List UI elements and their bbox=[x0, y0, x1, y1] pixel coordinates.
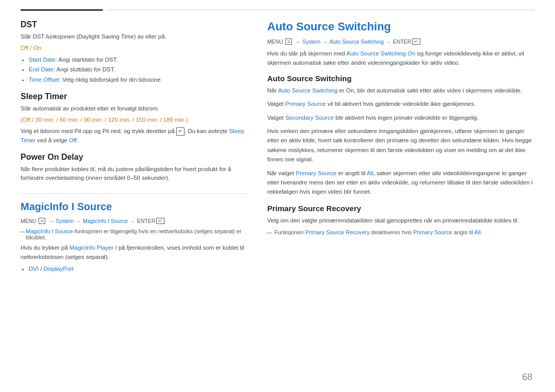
sleep-timer-note-suffix: . Du kan avbryte bbox=[184, 128, 229, 134]
auto-source-sub-body3: Valget Secondary Source blir aktivert hv… bbox=[267, 113, 534, 122]
magicinfo-displayport: DisplayPort bbox=[44, 266, 74, 272]
dst-description: Slår DST-funksjonen (Daylight Saving Tim… bbox=[21, 32, 247, 42]
primary-source-note: Funksjonen Primary Source Recovery deakt… bbox=[267, 229, 534, 235]
auto-source-sub-body1: Når Auto Source Switching er On, blir de… bbox=[267, 86, 534, 95]
primary-source-recovery-label: Primary Source Recovery bbox=[305, 229, 369, 235]
auto-source-sub-body1-suffix: er On, blir det automatisk søkt etter ak… bbox=[338, 87, 522, 94]
dst-bullet-3: Time Offset: Velg riktig tidsforskjell f… bbox=[29, 75, 247, 85]
top-decorative-lines bbox=[0, 0, 555, 11]
auto-source-sub-body5-mid: er angitt til bbox=[337, 170, 367, 176]
sleep-timer-note-end: . bbox=[77, 137, 78, 143]
dst-section: DST Slår DST-funksjonen (Daylight Saving… bbox=[21, 20, 247, 85]
magicinfo-menu-system: System bbox=[55, 218, 73, 224]
auto-source-menu-label: MENU bbox=[267, 39, 283, 45]
secondary-source-label: Secondary Source bbox=[285, 115, 334, 121]
magicinfo-menu-label: MENU bbox=[21, 218, 36, 224]
sleep-timer-options: (Off / 30 min. / 60 min. / 90 min. / 120… bbox=[21, 116, 247, 125]
auto-source-sub-body5-prefix: Når valget bbox=[267, 170, 296, 176]
magicinfo-menu-item: MagicInfo I Source bbox=[83, 218, 128, 224]
sleep-timer-note: Velg et tidsrom med Pil opp og Pil ned, … bbox=[21, 127, 247, 145]
auto-source-menu-path: MENU ≡ → System → Auto Source Switching … bbox=[267, 39, 534, 45]
auto-source-enter: ENTER bbox=[393, 39, 412, 45]
auto-source-sub-body1-prefix: Når bbox=[267, 87, 278, 94]
auto-source-sub-body2-suffix: vil bli aktivert hvis gjeldende videokil… bbox=[326, 101, 476, 107]
sleep-timer-note-highlight2: Off bbox=[69, 137, 77, 143]
magicinfo-dash-note: MagicInfo I Source-funksjonen er tilgjen… bbox=[21, 228, 247, 240]
left-column: DST Slår DST-funksjonen (Daylight Saving… bbox=[21, 20, 247, 277]
sleep-timer-title: Sleep Timer bbox=[21, 92, 247, 101]
dst-bullet-1-label: Start Date: bbox=[29, 57, 57, 63]
auto-source-sub-body5: Når valget Primary Source er angitt til … bbox=[267, 169, 534, 197]
magicinfo-dvi: DVI bbox=[29, 266, 39, 272]
menu-icon-auto-source: ≡ bbox=[285, 39, 292, 45]
all-label-2: All bbox=[474, 229, 480, 235]
magicinfo-menu-enter: ENTER bbox=[137, 218, 156, 224]
dst-options-label: Off / On bbox=[21, 45, 41, 51]
sleep-timer-note-prefix: Velg et tidsrom med Pil opp og Pil ned, … bbox=[21, 128, 176, 134]
right-column: Auto Source Switching MENU ≡ → System → … bbox=[267, 20, 534, 277]
auto-source-intro-prefix: Hvis du slår på skjermen med bbox=[267, 50, 346, 57]
auto-source-intro-highlight: Auto Source Switching On bbox=[346, 50, 415, 57]
auto-source-sub-body3-prefix: Valget bbox=[267, 115, 285, 121]
magicinfo-body-text1: Hvis du trykker på bbox=[21, 245, 69, 251]
power-on-delay-description: Når flere produkter kobles til, må du ju… bbox=[21, 165, 247, 183]
menu-icon-magicinfo: ≡ bbox=[39, 218, 45, 224]
auto-source-sub-body2-prefix: Valget bbox=[267, 101, 285, 107]
dst-bullet-1: Start Date: Angi startdato for DST. bbox=[29, 55, 247, 65]
top-line-light bbox=[107, 10, 534, 10]
primary-source-note-mid: deaktiveres hvis bbox=[369, 229, 413, 235]
auto-source-sub-title: Auto Source Switching bbox=[267, 74, 534, 83]
auto-source-sub-body3-suffix: blir aktivert hvis ingen primær videokil… bbox=[334, 115, 479, 121]
enter-icon-auto-source: ↵ bbox=[412, 39, 420, 45]
primary-source-label-1: Primary Source bbox=[285, 101, 326, 107]
auto-source-sub-body4: Hvis verken den primære eller sekundære … bbox=[267, 126, 534, 164]
magicinfo-bullet-1: DVI / DisplayPort bbox=[29, 264, 247, 274]
all-label-1: All bbox=[367, 170, 374, 176]
primary-source-note-prefix: Funksjonen bbox=[274, 229, 305, 235]
enter-icon-sleep: ↵ bbox=[176, 127, 184, 136]
dst-bullet-1-text: Angi startdato for DST. bbox=[59, 57, 118, 63]
enter-icon-magicinfo: ↵ bbox=[156, 218, 164, 224]
dst-bullet-2-label: End Date: bbox=[29, 66, 55, 72]
page-number: 68 bbox=[522, 372, 532, 383]
dst-bullet-2-text: Angi sluttdato for DST. bbox=[57, 66, 115, 72]
magicinfo-bullets: DVI / DisplayPort bbox=[29, 264, 247, 274]
auto-source-sub-body2: Valget Primary Source vil bli aktivert h… bbox=[267, 99, 534, 108]
sleep-timer-section: Sleep Timer Slår automatisk av produktet… bbox=[21, 92, 247, 145]
page-container: DST Slår DST-funksjonen (Daylight Saving… bbox=[0, 0, 555, 392]
primary-source-label-2: Primary Source bbox=[296, 170, 337, 176]
magicinfo-body-highlight: MagicInfo Player I bbox=[69, 245, 117, 251]
primary-source-body: Velg om den valgte primærinndatakilden s… bbox=[267, 216, 534, 225]
sleep-timer-description: Slår automatisk av produktet etter et fo… bbox=[21, 104, 247, 114]
auto-source-intro: Hvis du slår på skjermen med Auto Source… bbox=[267, 49, 534, 68]
auto-source-menu-system: System bbox=[302, 39, 320, 45]
primary-source-note-end: . bbox=[480, 229, 482, 235]
magicinfo-body: Hvis du trykker på MagicInfo Player I på… bbox=[21, 244, 247, 262]
primary-source-label-3: Primary Source bbox=[413, 229, 452, 235]
auto-source-sub-body1-highlight: Auto Source Switching bbox=[278, 87, 338, 94]
magicinfo-menu-path: MENU ≡ → System → MagicInfo I Source → E… bbox=[21, 218, 247, 224]
dst-bullet-3-label: Time Offset: bbox=[29, 77, 61, 83]
primary-source-title: Primary Source Recovery bbox=[267, 204, 534, 213]
top-line-dark bbox=[21, 9, 103, 11]
primary-source-note-suffix: angis til bbox=[452, 229, 474, 235]
magicinfo-section: MagicInfo I Source MENU ≡ → System → Mag… bbox=[21, 193, 247, 274]
auto-source-menu-item: Auto Source Switching bbox=[329, 39, 384, 45]
dst-bullet-3-text: Velg riktig tidsforskjell for din tidsso… bbox=[62, 77, 162, 83]
sleep-timer-options-text: (Off / 30 min. / 60 min. / 90 min. / 120… bbox=[21, 117, 188, 123]
dst-options: Off / On bbox=[21, 44, 247, 53]
auto-source-main-title: Auto Source Switching bbox=[267, 20, 534, 33]
dst-bullets: Start Date: Angi startdato for DST. End … bbox=[29, 55, 247, 85]
content-wrapper: DST Slår DST-funksjonen (Daylight Saving… bbox=[0, 20, 555, 277]
dst-bullet-2: End Date: Angi sluttdato for DST. bbox=[29, 65, 247, 75]
dst-title: DST bbox=[21, 20, 247, 29]
power-on-delay-title: Power On Delay bbox=[21, 153, 247, 162]
sleep-timer-note-suffix2: ved å velge bbox=[35, 137, 69, 143]
magicinfo-title: MagicInfo I Source bbox=[21, 201, 247, 213]
power-on-delay-section: Power On Delay Når flere produkter koble… bbox=[21, 153, 247, 183]
magicinfo-dash-label: MagicInfo I Source bbox=[26, 228, 73, 234]
